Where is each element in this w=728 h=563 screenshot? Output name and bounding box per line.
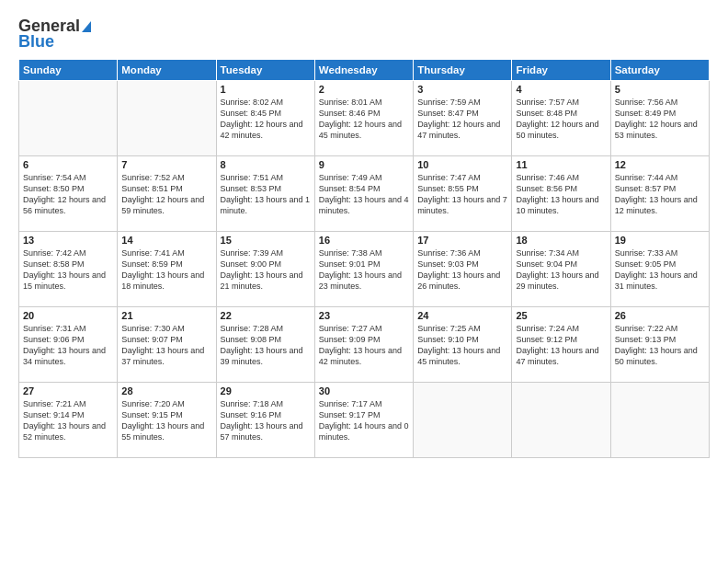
day-info: Sunrise: 7:30 AM Sunset: 9:07 PM Dayligh… — [121, 323, 211, 368]
day-number: 7 — [121, 159, 211, 170]
day-number: 25 — [516, 310, 606, 321]
day-number: 6 — [23, 159, 113, 170]
day-number: 29 — [221, 385, 311, 396]
day-number: 14 — [121, 235, 211, 246]
calendar-day-cell: 8Sunrise: 7:51 AM Sunset: 8:53 PM Daylig… — [216, 156, 314, 232]
calendar-header-friday: Friday — [512, 60, 610, 81]
day-info: Sunrise: 7:31 AM Sunset: 9:06 PM Dayligh… — [23, 323, 113, 368]
calendar-day-cell: 20Sunrise: 7:31 AM Sunset: 9:06 PM Dayli… — [19, 307, 118, 383]
day-number: 23 — [319, 310, 409, 321]
day-info: Sunrise: 7:28 AM Sunset: 9:08 PM Dayligh… — [221, 323, 311, 368]
calendar-day-cell: 11Sunrise: 7:46 AM Sunset: 8:56 PM Dayli… — [512, 156, 610, 232]
calendar-day-cell — [512, 383, 610, 458]
calendar-header-tuesday: Tuesday — [216, 60, 314, 81]
day-number: 12 — [615, 159, 705, 170]
calendar-header-monday: Monday — [118, 60, 216, 81]
day-number: 27 — [23, 385, 113, 396]
logo: General Blue — [18, 17, 91, 52]
calendar-day-cell: 13Sunrise: 7:42 AM Sunset: 8:58 PM Dayli… — [19, 232, 118, 307]
day-info: Sunrise: 7:38 AM Sunset: 9:01 PM Dayligh… — [319, 247, 409, 293]
day-number: 1 — [221, 84, 311, 95]
calendar-week-row: 1Sunrise: 8:02 AM Sunset: 8:45 PM Daylig… — [19, 81, 710, 156]
day-number: 26 — [615, 310, 705, 321]
day-number: 30 — [319, 385, 409, 396]
day-number: 24 — [417, 310, 507, 321]
day-number: 13 — [23, 235, 113, 246]
day-number: 11 — [516, 159, 606, 170]
day-info: Sunrise: 7:27 AM Sunset: 9:09 PM Dayligh… — [319, 323, 409, 368]
day-info: Sunrise: 7:33 AM Sunset: 9:05 PM Dayligh… — [615, 247, 705, 293]
calendar-day-cell: 19Sunrise: 7:33 AM Sunset: 9:05 PM Dayli… — [610, 232, 709, 307]
day-info: Sunrise: 7:17 AM Sunset: 9:17 PM Dayligh… — [319, 398, 409, 443]
day-info: Sunrise: 7:56 AM Sunset: 8:49 PM Dayligh… — [615, 97, 705, 142]
calendar-header-row: SundayMondayTuesdayWednesdayThursdayFrid… — [19, 60, 710, 81]
day-number: 4 — [516, 84, 606, 95]
day-number: 15 — [221, 235, 311, 246]
calendar-day-cell — [19, 81, 118, 156]
calendar-week-row: 6Sunrise: 7:54 AM Sunset: 8:50 PM Daylig… — [19, 156, 710, 232]
calendar-day-cell: 18Sunrise: 7:34 AM Sunset: 9:04 PM Dayli… — [512, 232, 610, 307]
day-info: Sunrise: 7:52 AM Sunset: 8:51 PM Dayligh… — [121, 172, 211, 217]
calendar-day-cell: 22Sunrise: 7:28 AM Sunset: 9:08 PM Dayli… — [216, 307, 314, 383]
day-number: 18 — [516, 235, 606, 246]
day-number: 10 — [417, 159, 507, 170]
calendar-day-cell: 24Sunrise: 7:25 AM Sunset: 9:10 PM Dayli… — [414, 307, 512, 383]
day-info: Sunrise: 7:41 AM Sunset: 8:59 PM Dayligh… — [121, 247, 211, 293]
calendar-header-sunday: Sunday — [19, 60, 118, 81]
day-info: Sunrise: 7:47 AM Sunset: 8:55 PM Dayligh… — [417, 172, 507, 217]
day-info: Sunrise: 7:24 AM Sunset: 9:12 PM Dayligh… — [516, 323, 606, 368]
day-number: 20 — [23, 310, 113, 321]
day-number: 3 — [417, 84, 507, 95]
calendar-day-cell: 23Sunrise: 7:27 AM Sunset: 9:09 PM Dayli… — [314, 307, 413, 383]
calendar-day-cell: 14Sunrise: 7:41 AM Sunset: 8:59 PM Dayli… — [118, 232, 216, 307]
calendar-day-cell: 9Sunrise: 7:49 AM Sunset: 8:54 PM Daylig… — [314, 156, 413, 232]
calendar-day-cell: 16Sunrise: 7:38 AM Sunset: 9:01 PM Dayli… — [314, 232, 413, 307]
day-info: Sunrise: 7:36 AM Sunset: 9:03 PM Dayligh… — [417, 247, 507, 293]
calendar-day-cell: 5Sunrise: 7:56 AM Sunset: 8:49 PM Daylig… — [610, 81, 709, 156]
calendar-day-cell: 1Sunrise: 8:02 AM Sunset: 8:45 PM Daylig… — [216, 81, 314, 156]
day-info: Sunrise: 7:22 AM Sunset: 9:13 PM Dayligh… — [615, 323, 705, 368]
day-info: Sunrise: 7:34 AM Sunset: 9:04 PM Dayligh… — [516, 247, 606, 293]
calendar-header-thursday: Thursday — [414, 60, 512, 81]
calendar-header-wednesday: Wednesday — [314, 60, 413, 81]
calendar-day-cell — [118, 81, 216, 156]
day-number: 2 — [319, 84, 409, 95]
calendar-day-cell: 30Sunrise: 7:17 AM Sunset: 9:17 PM Dayli… — [314, 383, 413, 458]
calendar-day-cell: 12Sunrise: 7:44 AM Sunset: 8:57 PM Dayli… — [610, 156, 709, 232]
day-info: Sunrise: 7:59 AM Sunset: 8:47 PM Dayligh… — [417, 97, 507, 142]
day-number: 28 — [121, 385, 211, 396]
calendar-table: SundayMondayTuesdayWednesdayThursdayFrid… — [18, 59, 710, 458]
day-info: Sunrise: 7:21 AM Sunset: 9:14 PM Dayligh… — [23, 398, 113, 443]
calendar-day-cell: 2Sunrise: 8:01 AM Sunset: 8:46 PM Daylig… — [314, 81, 413, 156]
calendar-day-cell: 21Sunrise: 7:30 AM Sunset: 9:07 PM Dayli… — [118, 307, 216, 383]
day-info: Sunrise: 8:02 AM Sunset: 8:45 PM Dayligh… — [221, 97, 311, 142]
day-number: 5 — [615, 84, 705, 95]
calendar-week-row: 13Sunrise: 7:42 AM Sunset: 8:58 PM Dayli… — [19, 232, 710, 307]
day-info: Sunrise: 7:51 AM Sunset: 8:53 PM Dayligh… — [221, 172, 311, 217]
calendar-day-cell — [414, 383, 512, 458]
calendar-week-row: 27Sunrise: 7:21 AM Sunset: 9:14 PM Dayli… — [19, 383, 710, 458]
day-info: Sunrise: 7:46 AM Sunset: 8:56 PM Dayligh… — [516, 172, 606, 217]
day-info: Sunrise: 8:01 AM Sunset: 8:46 PM Dayligh… — [319, 97, 409, 142]
calendar-header-saturday: Saturday — [610, 60, 709, 81]
calendar-day-cell: 10Sunrise: 7:47 AM Sunset: 8:55 PM Dayli… — [414, 156, 512, 232]
calendar-day-cell: 4Sunrise: 7:57 AM Sunset: 8:48 PM Daylig… — [512, 81, 610, 156]
calendar-day-cell: 15Sunrise: 7:39 AM Sunset: 9:00 PM Dayli… — [216, 232, 314, 307]
day-info: Sunrise: 7:20 AM Sunset: 9:15 PM Dayligh… — [121, 398, 211, 443]
day-number: 19 — [615, 235, 705, 246]
calendar-day-cell: 6Sunrise: 7:54 AM Sunset: 8:50 PM Daylig… — [19, 156, 118, 232]
day-number: 8 — [221, 159, 311, 170]
day-info: Sunrise: 7:25 AM Sunset: 9:10 PM Dayligh… — [417, 323, 507, 368]
day-info: Sunrise: 7:18 AM Sunset: 9:16 PM Dayligh… — [221, 398, 311, 443]
day-info: Sunrise: 7:39 AM Sunset: 9:00 PM Dayligh… — [221, 247, 311, 293]
day-info: Sunrise: 7:49 AM Sunset: 8:54 PM Dayligh… — [319, 172, 409, 217]
day-number: 22 — [221, 310, 311, 321]
calendar-day-cell: 28Sunrise: 7:20 AM Sunset: 9:15 PM Dayli… — [118, 383, 216, 458]
day-number: 9 — [319, 159, 409, 170]
logo-blue-text: Blue — [18, 32, 54, 52]
calendar-day-cell: 26Sunrise: 7:22 AM Sunset: 9:13 PM Dayli… — [610, 307, 709, 383]
calendar-day-cell: 27Sunrise: 7:21 AM Sunset: 9:14 PM Dayli… — [19, 383, 118, 458]
calendar-day-cell: 29Sunrise: 7:18 AM Sunset: 9:16 PM Dayli… — [216, 383, 314, 458]
calendar-day-cell: 17Sunrise: 7:36 AM Sunset: 9:03 PM Dayli… — [414, 232, 512, 307]
day-info: Sunrise: 7:54 AM Sunset: 8:50 PM Dayligh… — [23, 172, 113, 217]
